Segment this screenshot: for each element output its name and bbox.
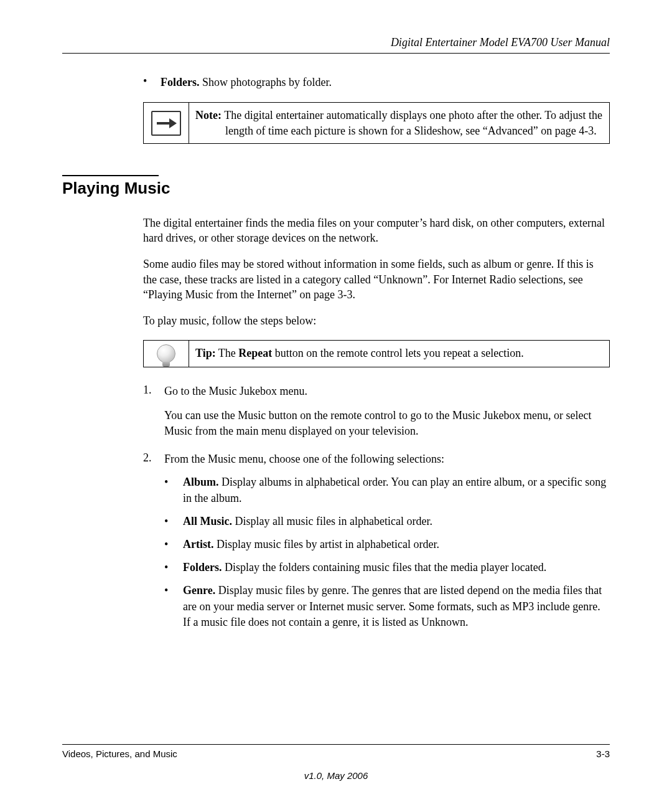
para-3: To play music, follow the steps below: [143, 313, 610, 328]
section-heading-playing-music: Playing Music [62, 179, 610, 198]
footer-right-page-number: 3-3 [596, 748, 610, 759]
sub-item-folders: • Folders. Display the folders containin… [164, 560, 610, 575]
step-1-num: 1. [143, 384, 164, 443]
running-head: Digital Entertainer Model EVA700 User Ma… [62, 36, 610, 49]
sub-item-artist: • Artist. Display music files by artist … [164, 537, 610, 552]
para-1: The digital entertainer finds the media … [143, 215, 610, 246]
tip-repeat-bold: Repeat [238, 347, 272, 359]
bullet-text: Folders. Show photographs by folder. [161, 75, 610, 90]
page-footer: Videos, Pictures, and Music 3-3 v1.0, Ma… [62, 744, 610, 781]
sub-label: Folders. [183, 561, 222, 573]
footer-left: Videos, Pictures, and Music [62, 748, 177, 759]
step-2: 2. From the Music menu, choose one of th… [143, 451, 610, 638]
tip-body: Tip: The Repeat button on the remote con… [189, 341, 609, 367]
step-1-sub: You can use the Music button on the remo… [164, 408, 610, 439]
sub-text: Display albums in alphabetical order. Yo… [183, 476, 606, 504]
sub-text: Display the folders containing music fil… [222, 561, 547, 573]
step-2-text: From the Music menu, choose one of the f… [164, 453, 444, 465]
note-body: Note: The digital entertainer automatica… [189, 103, 609, 143]
lightbulb-icon [157, 344, 175, 363]
step-1-text: Go to the Music Jukebox menu. [164, 385, 307, 397]
sub-text: Display music files by genre. The genres… [183, 584, 602, 628]
sub-item-genre: • Genre. Display music files by genre. T… [164, 583, 610, 630]
footer-version: v1.0, May 2006 [62, 770, 610, 781]
svg-marker-1 [169, 118, 177, 128]
bullet-marker: • [164, 583, 183, 630]
section-rule [62, 175, 159, 176]
bullet-marker: • [164, 514, 183, 529]
tip-callout: Tip: The Repeat button on the remote con… [143, 340, 610, 367]
sub-label: Album. [183, 476, 219, 488]
step-2-num: 2. [143, 451, 164, 638]
header-rule [62, 53, 610, 54]
para-2: Some audio files may be stored without i… [143, 257, 610, 302]
sub-label: Genre. [183, 584, 215, 597]
tip-post: button on the remote control lets you re… [272, 347, 523, 359]
note-icon-cell [144, 103, 189, 143]
note-callout: Note: The digital entertainer automatica… [143, 102, 610, 144]
tip-icon-cell [144, 341, 189, 367]
sub-item-all-music: • All Music. Display all music files in … [164, 514, 610, 529]
top-bullet-block: • Folders. Show photographs by folder. [143, 75, 610, 90]
steps-list: 1. Go to the Music Jukebox menu. You can… [143, 384, 610, 638]
sub-text: Display music files by artist in alphabe… [213, 538, 439, 550]
tip-label: Tip: [195, 347, 216, 359]
step-1-body: Go to the Music Jukebox menu. You can us… [164, 384, 610, 443]
bullet-marker: • [164, 537, 183, 552]
note-label: Note: [195, 109, 222, 121]
note-text: The digital entertainer automatically di… [222, 109, 602, 136]
sub-label: All Music. [183, 515, 232, 527]
tip-pre: The [216, 347, 239, 359]
sub-item-album: • Album. Display albums in alphabetical … [164, 474, 610, 506]
step-1: 1. Go to the Music Jukebox menu. You can… [143, 384, 610, 443]
bullet-desc: Show photographs by folder. [200, 76, 332, 88]
sub-text: Display all music files in alphabetical … [232, 515, 432, 527]
bullet-label: Folders. [161, 76, 200, 88]
footer-rule [62, 744, 610, 745]
arrow-right-icon [151, 111, 181, 136]
bullet-marker: • [143, 75, 161, 90]
step-2-sublist: • Album. Display albums in alphabetical … [164, 474, 610, 630]
page: Digital Entertainer Model EVA700 User Ma… [0, 0, 672, 807]
bullet-marker: • [164, 560, 183, 575]
bullet-marker: • [164, 474, 183, 506]
sub-label: Artist. [183, 538, 213, 550]
step-2-body: From the Music menu, choose one of the f… [164, 451, 610, 638]
bullet-item-folders: • Folders. Show photographs by folder. [143, 75, 610, 90]
